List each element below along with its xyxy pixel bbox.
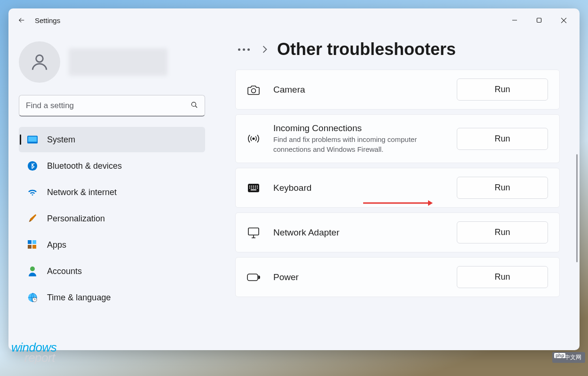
window-title: Settings bbox=[35, 16, 60, 24]
search-input[interactable] bbox=[19, 95, 205, 117]
minimize-icon bbox=[512, 17, 517, 23]
troubleshooter-keyboard: Keyboard Run bbox=[235, 168, 560, 208]
user-name-redacted bbox=[69, 48, 167, 76]
maximize-icon bbox=[536, 17, 542, 23]
svg-rect-21 bbox=[249, 188, 250, 188]
svg-rect-17 bbox=[251, 186, 252, 187]
nav-time-language[interactable]: Time & language bbox=[19, 285, 205, 310]
svg-rect-25 bbox=[257, 188, 258, 188]
user-profile[interactable] bbox=[19, 41, 205, 83]
nav-label: Personalization bbox=[47, 214, 105, 224]
svg-rect-16 bbox=[249, 186, 250, 187]
nav-label: System bbox=[47, 135, 75, 145]
account-icon bbox=[27, 266, 38, 276]
maximize-button[interactable] bbox=[527, 11, 551, 30]
nav-label: Bluetooth & devices bbox=[47, 161, 122, 171]
card-title: Keyboard bbox=[273, 183, 444, 193]
close-icon bbox=[561, 17, 567, 24]
back-arrow-icon bbox=[17, 16, 26, 24]
paintbrush-icon bbox=[27, 213, 38, 224]
bluetooth-icon bbox=[27, 161, 38, 171]
card-description: Find and fix problems with incoming comp… bbox=[273, 134, 444, 154]
page-title: Other troubleshooters bbox=[277, 39, 456, 59]
watermark-line2: report bbox=[24, 352, 56, 363]
run-button-power[interactable]: Run bbox=[457, 266, 548, 288]
nav-label: Network & internet bbox=[47, 188, 117, 197]
svg-rect-0 bbox=[537, 18, 541, 23]
search-container bbox=[19, 95, 205, 117]
svg-rect-19 bbox=[255, 186, 256, 187]
svg-point-14 bbox=[253, 138, 254, 140]
svg-rect-7 bbox=[32, 240, 36, 244]
svg-rect-8 bbox=[28, 245, 32, 249]
troubleshooter-camera: Camera Run bbox=[235, 70, 560, 110]
search-icon bbox=[190, 101, 199, 111]
keyboard-icon bbox=[247, 183, 260, 193]
troubleshooter-incoming-connections: Incoming Connections Find and fix proble… bbox=[235, 114, 560, 163]
svg-rect-18 bbox=[253, 186, 254, 187]
nav-label: Time & language bbox=[47, 293, 111, 303]
chevron-right-icon bbox=[262, 46, 268, 53]
monitor-icon bbox=[247, 227, 260, 238]
titlebar: Settings bbox=[8, 8, 580, 32]
svg-rect-6 bbox=[28, 240, 32, 244]
svg-rect-23 bbox=[253, 188, 254, 188]
svg-rect-9 bbox=[32, 245, 36, 249]
nav-apps[interactable]: Apps bbox=[19, 232, 205, 258]
svg-point-1 bbox=[36, 55, 43, 62]
camera-icon bbox=[247, 85, 260, 95]
nav-personalization[interactable]: Personalization bbox=[19, 206, 205, 231]
card-title: Network Adapter bbox=[273, 227, 444, 238]
svg-rect-27 bbox=[248, 228, 259, 235]
system-icon bbox=[27, 134, 38, 145]
wifi-icon bbox=[27, 187, 38, 197]
antenna-icon bbox=[247, 133, 260, 144]
window-body: System Bluetooth & devices Network & int… bbox=[8, 32, 580, 350]
nav-label: Apps bbox=[47, 240, 66, 250]
run-button-incoming[interactable]: Run bbox=[457, 128, 548, 150]
nav-label: Accounts bbox=[47, 266, 82, 276]
php-tag: 中文网 bbox=[552, 352, 585, 363]
card-title: Incoming Connections bbox=[273, 123, 444, 133]
card-title: Camera bbox=[273, 85, 444, 95]
run-button-network-adapter[interactable]: Run bbox=[457, 221, 548, 243]
run-button-camera[interactable]: Run bbox=[457, 78, 548, 101]
run-button-keyboard[interactable]: Run bbox=[457, 177, 548, 199]
card-title: Power bbox=[273, 272, 444, 282]
nav-accounts[interactable]: Accounts bbox=[19, 258, 205, 284]
watermark: windows report bbox=[11, 342, 56, 363]
troubleshooter-power: Power Run bbox=[235, 257, 560, 297]
troubleshooter-list: Camera Run Incoming Connections Find and… bbox=[235, 70, 560, 297]
svg-rect-28 bbox=[247, 274, 258, 281]
scrollbar[interactable] bbox=[576, 154, 578, 262]
battery-icon bbox=[247, 273, 260, 282]
breadcrumb-more[interactable] bbox=[235, 46, 253, 54]
svg-point-2 bbox=[191, 102, 196, 106]
svg-rect-22 bbox=[251, 188, 252, 188]
nav-bluetooth[interactable]: Bluetooth & devices bbox=[19, 153, 205, 179]
troubleshooter-network-adapter: Network Adapter Run bbox=[235, 212, 560, 252]
svg-point-10 bbox=[30, 266, 35, 271]
svg-point-5 bbox=[28, 161, 37, 171]
sidebar: System Bluetooth & devices Network & int… bbox=[8, 32, 215, 350]
nav-network[interactable]: Network & internet bbox=[19, 180, 205, 205]
globe-clock-icon bbox=[27, 292, 38, 303]
close-button[interactable] bbox=[551, 11, 576, 30]
nav-system[interactable]: System bbox=[19, 127, 205, 152]
window-controls bbox=[502, 11, 576, 30]
svg-rect-26 bbox=[251, 189, 256, 190]
apps-icon bbox=[27, 240, 38, 250]
svg-point-13 bbox=[252, 88, 256, 93]
user-icon bbox=[29, 52, 50, 72]
nav-list: System Bluetooth & devices Network & int… bbox=[19, 127, 205, 310]
main-content: Other troubleshooters Camera Run Incomin… bbox=[215, 32, 580, 350]
avatar bbox=[19, 41, 60, 83]
svg-rect-20 bbox=[257, 186, 258, 187]
svg-rect-24 bbox=[255, 188, 256, 188]
breadcrumb: Other troubleshooters bbox=[235, 39, 560, 59]
svg-rect-4 bbox=[28, 137, 37, 142]
settings-window: Settings System bbox=[8, 8, 580, 350]
back-button[interactable] bbox=[12, 11, 31, 30]
minimize-button[interactable] bbox=[502, 11, 527, 30]
